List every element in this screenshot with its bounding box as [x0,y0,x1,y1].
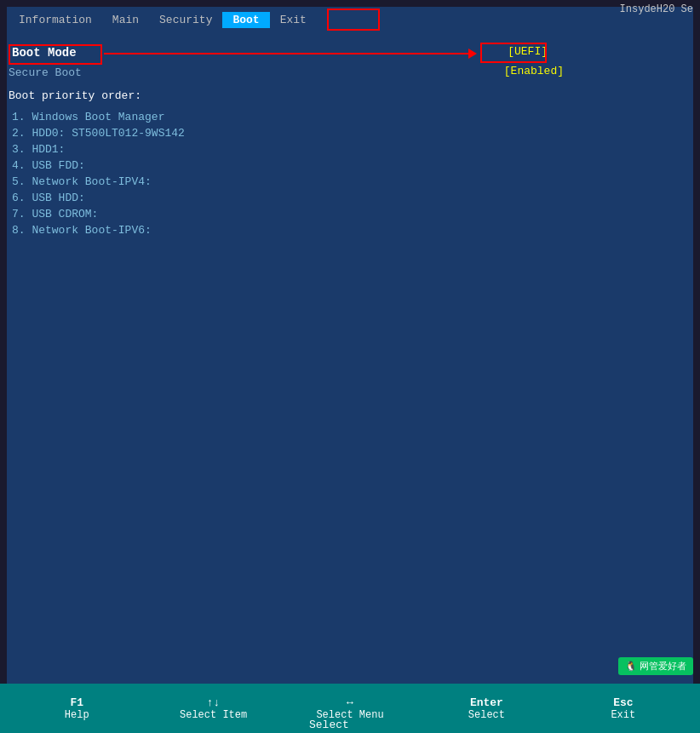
status-f1: F1 Help [9,696,145,721]
secure-boot-value: [Enabled] [504,65,564,77]
select-bottom-label: Select [309,719,349,731]
status-updown-key: ↑↓ [207,696,221,709]
wechat-badge: 🐧 网管爱好者 [618,657,693,675]
boot-item-6[interactable]: 7. USB CDROM: [9,208,691,220]
boot-item-4[interactable]: 5. Network Boot-IPV4: [9,175,691,188]
status-f1-key: F1 [70,696,83,709]
boot-item-2[interactable]: 3. HDD1: [9,143,691,156]
boot-item-7[interactable]: 8. Network Boot-IPV6: [9,224,691,237]
status-enter: Enter Select [418,696,554,721]
boot-mode-value: [UEFI] [505,44,550,59]
status-lr-key: ↔ [347,696,353,709]
boot-priority-section: Boot priority order: 1. Windows Boot Man… [9,89,691,240]
status-enter-label: Select [468,709,505,721]
boot-item-5[interactable]: 6. USB HDD: [9,192,691,204]
status-select-item: ↑↓ Select Item [145,696,281,721]
boot-item-1[interactable]: 2. HDD0: ST500LT012-9WS142 [9,127,691,140]
boot-item-0[interactable]: 1. Windows Boot Manager [9,111,691,123]
status-esc-label: Exit [611,709,635,721]
status-bar: F1 Help ↑↓ Select Item ↔ Select Menu Ent… [0,684,700,733]
status-esc: Esc Exit [555,696,691,721]
menu-item-exit[interactable]: Exit [270,12,317,28]
status-updown-label: Select Item [180,709,247,721]
bios-wrapper: InsydeH20 Se Information Main Security B… [0,0,700,733]
status-f1-label: Help [65,709,89,721]
boot-priority-title: Boot priority order: [9,89,691,102]
status-select-menu: ↔ Select Menu [282,696,418,721]
menu-item-boot[interactable]: Boot [222,12,269,28]
status-esc-key: Esc [613,696,633,709]
secure-boot-label: Secure Boot [9,66,82,79]
menu-item-security[interactable]: Security [149,12,222,28]
boot-mode-label: Boot Mode [12,46,77,60]
menu-bar: Information Main Security Boot Exit [9,12,700,28]
menu-item-main[interactable]: Main [102,12,149,28]
boot-item-3[interactable]: 4. USB FDD: [9,159,691,172]
menu-item-information[interactable]: Information [9,12,102,28]
status-enter-key: Enter [470,696,503,709]
